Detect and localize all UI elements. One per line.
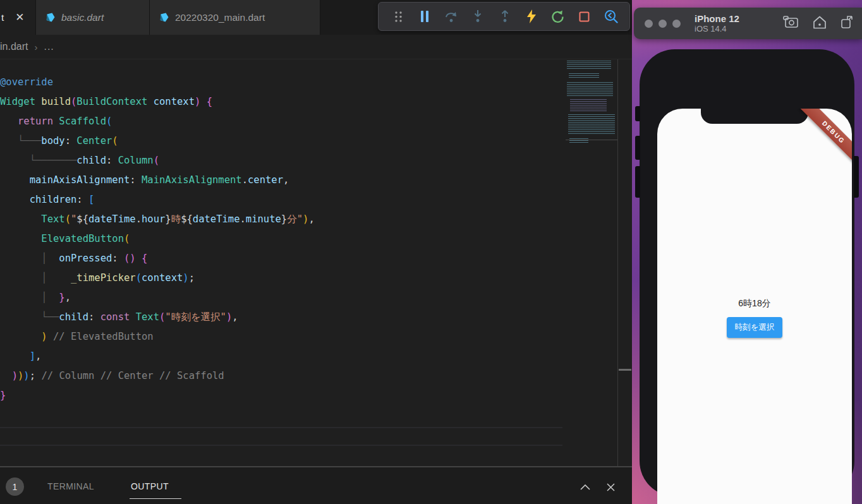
ringer-switch <box>635 106 640 121</box>
code-line: @override <box>0 73 315 92</box>
code-line: return Scaffold( <box>0 112 315 131</box>
step-out-button[interactable] <box>495 7 514 26</box>
simulator-os-version: iOS 14.4 <box>695 24 739 33</box>
active-tab-underline <box>130 498 181 499</box>
flutter-app-content: 6時18分 時刻を選択 <box>657 298 852 338</box>
close-icon[interactable]: ✕ <box>15 11 24 24</box>
tab-label: t <box>1 12 4 23</box>
tab-active-partial[interactable]: t ✕ <box>0 0 36 35</box>
iphone-frame: DEBUG 6時18分 時刻を選択 <box>640 49 854 496</box>
widget-inspector-button[interactable] <box>602 7 621 26</box>
chevron-right-icon: › <box>34 42 37 52</box>
power-button <box>854 156 859 198</box>
tab-label: basic.dart <box>61 12 104 23</box>
simulator-device-name: iPhone 12 <box>695 13 739 24</box>
tab-label: 20220320_main.dart <box>175 12 265 23</box>
traffic-light-zoom[interactable] <box>672 20 681 28</box>
breadcrumb-ellipsis[interactable]: ... <box>44 41 54 52</box>
code-editor[interactable]: @overrideWidget build(BuildContext conte… <box>0 59 632 466</box>
stop-button[interactable] <box>575 7 594 26</box>
breadcrumb[interactable]: in.dart › ... <box>0 35 632 59</box>
step-over-button[interactable] <box>442 7 461 26</box>
volume-up-button <box>635 136 640 160</box>
code-line: Text("${dateTime.hour}時${dateTime.minute… <box>0 210 315 229</box>
chevron-up-icon[interactable] <box>578 479 593 495</box>
home-icon[interactable] <box>813 16 827 32</box>
dart-icon <box>159 12 169 23</box>
screenshot-camera-icon[interactable] <box>783 16 799 31</box>
code-line: ))); // Column // Center // Scaffold <box>0 366 315 386</box>
tab-output[interactable]: OUTPUT <box>131 481 169 491</box>
code-line: children: [ <box>0 190 315 210</box>
simulator-titlebar[interactable]: iPhone 12 iOS 14.4 <box>634 8 862 39</box>
step-into-button[interactable] <box>468 7 487 26</box>
code-line: Widget build(BuildContext context) { <box>0 92 315 112</box>
volume-down-button <box>635 166 640 198</box>
traffic-light-close[interactable] <box>645 20 653 28</box>
code-line: └───────child: Column( <box>0 151 315 171</box>
code-line: ], <box>0 347 315 366</box>
pick-time-button[interactable]: 時刻を選択 <box>727 317 783 338</box>
editor-right-border <box>617 59 618 466</box>
share-window-icon[interactable] <box>841 15 853 32</box>
hot-reload-icon[interactable] <box>522 7 541 26</box>
status-badge[interactable]: 1 <box>6 477 24 496</box>
drag-handle-icon[interactable] <box>389 7 408 26</box>
code-line: } <box>0 386 315 405</box>
vscode-window: t ✕ basic.dart 20220320_main.dart <box>0 0 632 504</box>
desktop-wallpaper: iPhone 12 iOS 14.4 <box>632 0 862 504</box>
iphone-screen: DEBUG 6時18分 時刻を選択 <box>657 109 852 504</box>
code-line: mainAxisAlignment: MainAxisAlignment.cen… <box>0 171 315 190</box>
bottom-panel: 1 TERMINAL OUTPUT <box>0 466 632 504</box>
minimap[interactable] <box>567 61 616 147</box>
tab-terminal[interactable]: TERMINAL <box>47 481 94 491</box>
code-line: └───body: Center( <box>0 131 315 151</box>
code-line: │ onPressed: () { <box>0 249 315 268</box>
close-icon[interactable] <box>603 479 618 495</box>
dart-icon <box>45 12 56 23</box>
overview-ruler-cursor-marker <box>619 369 631 371</box>
pause-button[interactable] <box>415 7 434 26</box>
editor-divider-line <box>0 427 562 428</box>
editor-divider-line <box>0 445 562 446</box>
time-label: 6時18分 <box>738 298 770 309</box>
code-line: ) // ElevatedButton <box>0 327 315 347</box>
code-line: └──child: const Text("時刻を選択"), <box>0 308 315 327</box>
code-line: │ }, <box>0 288 315 308</box>
breadcrumb-file[interactable]: in.dart <box>0 41 28 52</box>
flutter-debug-banner: DEBUG <box>800 109 852 166</box>
restart-button[interactable] <box>549 7 568 26</box>
traffic-light-minimize[interactable] <box>659 20 667 28</box>
code-line: ElevatedButton( <box>0 229 315 249</box>
code-line: │ _timePicker(context); <box>0 268 315 288</box>
tab-20220320-main-dart[interactable]: 20220320_main.dart <box>150 0 320 35</box>
iphone-notch <box>701 109 808 124</box>
screenshot-root: t ✕ basic.dart 20220320_main.dart <box>0 0 862 504</box>
tab-basic-dart[interactable]: basic.dart <box>36 0 150 35</box>
debug-toolbar <box>378 2 630 31</box>
simulator-title-block: iPhone 12 iOS 14.4 <box>695 13 739 33</box>
code-area[interactable]: @overrideWidget build(BuildContext conte… <box>0 73 315 405</box>
minimap-slider-edge <box>566 140 617 140</box>
